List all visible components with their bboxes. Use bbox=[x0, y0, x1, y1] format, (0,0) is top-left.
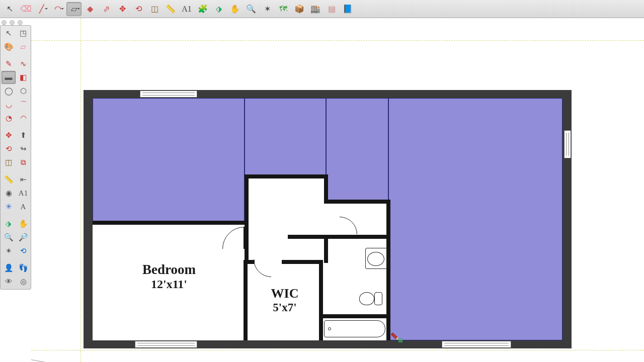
move-button[interactable]: ✥ bbox=[2, 129, 16, 142]
previous-button[interactable]: ⟲ bbox=[16, 244, 30, 257]
arc-tool-button[interactable]: ◠ bbox=[50, 2, 65, 16]
toilet-tank bbox=[374, 292, 382, 305]
push-pull-button[interactable]: ⬀ bbox=[99, 2, 114, 16]
line-tool-button[interactable]: ╱ bbox=[34, 2, 49, 16]
polygon-button[interactable]: ⬡ bbox=[16, 84, 30, 98]
material-button[interactable]: 🧩 bbox=[195, 2, 210, 16]
pencil-button[interactable]: ✎ bbox=[2, 57, 16, 70]
face-right[interactable] bbox=[388, 98, 562, 340]
face-top-mid2[interactable] bbox=[326, 98, 388, 202]
zoom-extents-button[interactable]: ✶ bbox=[2, 244, 16, 257]
tape-button[interactable]: 📏 bbox=[2, 173, 16, 186]
paint-bucket-button[interactable]: ◆ bbox=[83, 2, 98, 16]
wall bbox=[324, 200, 389, 204]
zoom-window-button[interactable]: 🔎 bbox=[16, 231, 30, 244]
arc3-button[interactable]: ◠ bbox=[16, 112, 30, 125]
component-button[interactable]: 📦 bbox=[292, 2, 307, 16]
text-label-button[interactable]: A1 bbox=[16, 187, 30, 200]
door-leaf bbox=[244, 227, 245, 249]
pan-button[interactable]: ✋ bbox=[16, 217, 30, 230]
scale-button[interactable]: ◫ bbox=[147, 2, 162, 16]
rectangle-tool-button[interactable]: ▱ bbox=[66, 2, 82, 16]
bathtub-icon bbox=[324, 320, 385, 337]
guide-line-horizontal bbox=[31, 350, 644, 350]
eraser-button[interactable]: ⌫ bbox=[18, 2, 33, 16]
walk-button[interactable]: 👣 bbox=[16, 261, 30, 275]
close-window-icon[interactable] bbox=[2, 20, 7, 25]
zoom-extents-button[interactable]: ✶ bbox=[260, 2, 275, 16]
axes-button[interactable]: ✳ bbox=[2, 200, 16, 213]
select-arrow-button[interactable]: ↖ bbox=[2, 2, 17, 16]
layers-button[interactable]: ▤ bbox=[324, 2, 339, 16]
orbit-button[interactable]: ⬗ bbox=[2, 217, 16, 230]
face-top-mid1[interactable] bbox=[245, 98, 326, 176]
guide-line-horizontal bbox=[31, 40, 644, 41]
window-bottom-right bbox=[442, 341, 511, 348]
face-top-left[interactable] bbox=[93, 98, 245, 222]
window-bottom-left bbox=[135, 341, 197, 348]
zoom-button[interactable]: 🔍 bbox=[244, 2, 259, 16]
move-button[interactable]: ✥ bbox=[115, 2, 130, 16]
axis-line bbox=[31, 359, 76, 362]
guide-line-vertical bbox=[80, 18, 81, 362]
maximize-window-icon[interactable] bbox=[18, 20, 23, 25]
warehouse-button[interactable]: 🏬 bbox=[308, 2, 323, 16]
tape-measure-button[interactable]: 📏 bbox=[163, 2, 178, 16]
wall bbox=[386, 200, 390, 340]
window-right bbox=[564, 130, 571, 158]
wall bbox=[282, 260, 322, 264]
rotate-button[interactable]: ⟲ bbox=[2, 142, 16, 155]
wall bbox=[319, 314, 390, 318]
text-button[interactable]: A1 bbox=[179, 2, 194, 16]
freehand-button[interactable]: ∿ bbox=[16, 57, 30, 70]
floor-plan: Bedroom 12'x11' WIC 5'x7' bbox=[84, 90, 572, 348]
wall bbox=[245, 174, 249, 262]
rotate-button[interactable]: ⟲ bbox=[131, 2, 146, 16]
endpoint-snap-icon bbox=[398, 338, 403, 342]
wall bbox=[244, 260, 248, 340]
book-button[interactable]: 📘 bbox=[340, 2, 355, 16]
protractor-button[interactable]: ◉ bbox=[2, 187, 16, 200]
select-button[interactable]: ↖ bbox=[2, 27, 16, 40]
wic-dims: 5'x7' bbox=[250, 301, 320, 314]
window-top bbox=[140, 90, 197, 98]
pan-button[interactable]: ✋ bbox=[227, 2, 243, 16]
look-around-button[interactable]: 👁 bbox=[2, 275, 16, 288]
3d-text-button[interactable]: A bbox=[16, 200, 30, 213]
toilet-icon bbox=[359, 292, 374, 305]
wall bbox=[324, 174, 328, 202]
dimension-button[interactable]: ⇤ bbox=[16, 173, 30, 186]
map-button[interactable]: 🗺 bbox=[276, 2, 291, 16]
orbit-button[interactable]: ⬗ bbox=[211, 2, 226, 16]
rotated-rect-button[interactable]: ◧ bbox=[16, 71, 30, 84]
offset-button[interactable]: ⧉ bbox=[16, 156, 30, 169]
zoom-in-button[interactable]: 🔍 bbox=[2, 231, 16, 244]
wic-name: WIC bbox=[250, 286, 320, 301]
position-camera-button[interactable]: 👤 bbox=[2, 261, 16, 275]
arc-button[interactable]: ◡ bbox=[2, 98, 16, 111]
bedroom-name: Bedroom bbox=[114, 262, 224, 278]
wall bbox=[324, 235, 328, 263]
follow-me-button[interactable]: ↬ bbox=[16, 142, 30, 155]
room-label-bedroom: Bedroom 12'x11' bbox=[114, 262, 224, 291]
wall bbox=[319, 235, 354, 239]
paint-button[interactable]: 🎨 bbox=[2, 40, 16, 53]
minimize-window-icon[interactable] bbox=[10, 20, 15, 25]
section-button[interactable]: ◎ bbox=[16, 275, 30, 288]
drawing-canvas[interactable]: Bedroom 12'x11' WIC 5'x7' bbox=[31, 18, 644, 362]
top-toolbar: ↖⌫╱◠▱◆⬀✥⟲◫📏A1🧩⬗✋🔍✶🗺📦🏬▤📘 bbox=[0, 0, 644, 18]
two-pt-arc-button[interactable]: ⌒ bbox=[16, 98, 30, 111]
wall bbox=[244, 260, 255, 264]
wall bbox=[353, 235, 390, 239]
wall bbox=[93, 221, 245, 225]
circle-button[interactable]: ◯ bbox=[2, 84, 16, 98]
pie-button[interactable]: ◔ bbox=[2, 112, 16, 125]
push-pull-button[interactable]: ⬆ bbox=[16, 129, 30, 142]
component-make-button[interactable]: ◳ bbox=[16, 27, 30, 40]
sink-counter bbox=[365, 248, 388, 269]
bedroom-dims: 12'x11' bbox=[114, 278, 224, 291]
scale-button[interactable]: ◫ bbox=[2, 156, 16, 169]
rectangle-button[interactable]: ▬ bbox=[2, 71, 16, 84]
eraser-button[interactable]: ▱ bbox=[16, 40, 30, 53]
room-label-wic: WIC 5'x7' bbox=[250, 286, 320, 314]
